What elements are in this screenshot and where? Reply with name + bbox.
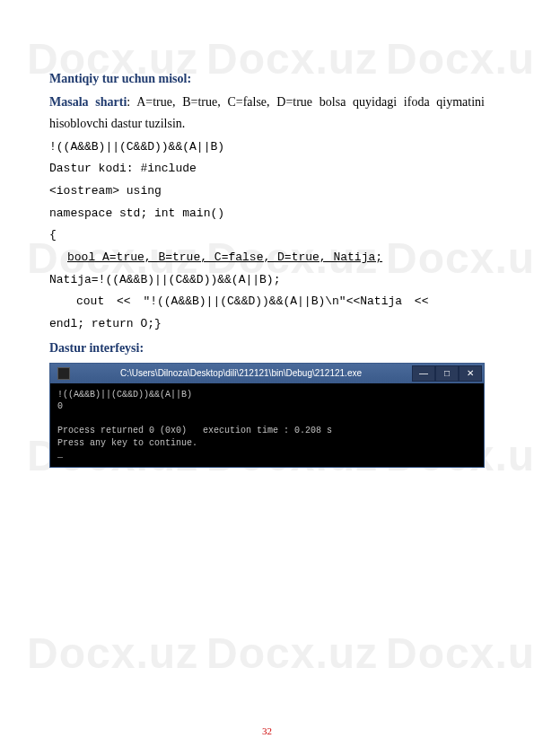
code-line-5: {: [49, 224, 485, 247]
code-line-7: Natija=!((A&&B)||(C&&D))&&(A||B);: [49, 269, 485, 292]
watermark: Docx.uz: [206, 629, 378, 678]
minimize-button[interactable]: —: [412, 365, 435, 382]
watermark: Docx.uz: [386, 629, 534, 678]
console-output: !((A&&B)||(C&&D))&&(A||B) 0 Process retu…: [50, 383, 484, 467]
page-content: Mantiqiy tur uchun misol: Masala sharti:…: [49, 72, 485, 468]
code-line-2: Dastur kodi: #include: [49, 158, 485, 180]
code-line-4: namespace std; int main(): [49, 203, 485, 225]
code-line-1: !((A&&B)||(C&&D))&&(A||B): [49, 136, 485, 159]
masala-paragraph: Masala sharti: A=true, B=true, C=false, …: [49, 92, 485, 135]
section-heading-1: Mantiqiy tur uchun misol:: [49, 72, 485, 86]
page-number: 32: [0, 725, 534, 736]
watermark: Docx.uz: [27, 629, 198, 678]
masala-label: Masala sharti: [49, 95, 127, 109]
code-line-8: cout << "!((A&&B)||(C&&D))&&(A||B)\n"<<N…: [76, 291, 485, 313]
window-controls: — □ ✕: [412, 365, 482, 382]
console-window: C:\Users\Dilnoza\Desktop\dili\212121\bin…: [49, 363, 485, 468]
section-heading-2: Dastur interfeysi:: [49, 341, 485, 356]
close-button[interactable]: ✕: [459, 365, 482, 382]
code-line-3: <iostream> using: [49, 180, 485, 203]
console-title: C:\Users\Dilnoza\Desktop\dili\212121\bin…: [70, 368, 412, 378]
console-titlebar: C:\Users\Dilnoza\Desktop\dili\212121\bin…: [50, 364, 484, 383]
console-app-icon: [57, 367, 70, 380]
code-line-6: bool A=true, B=true, C=false, D=true, Na…: [67, 247, 485, 269]
maximize-button[interactable]: □: [435, 365, 459, 382]
code-line-9: endl; return O;}: [49, 313, 485, 336]
